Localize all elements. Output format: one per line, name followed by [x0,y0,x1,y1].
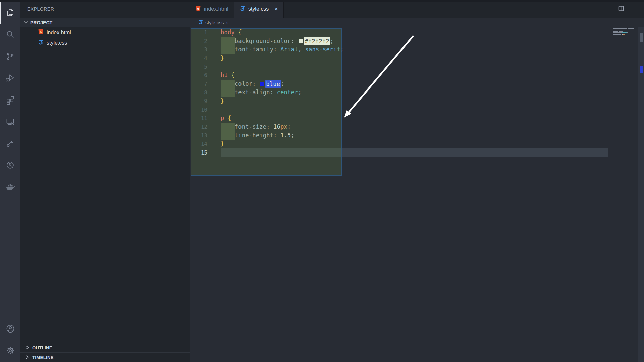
split-editor-icon[interactable] [618,5,624,13]
file-item-style-css[interactable]: style.css [20,38,190,48]
line-number: 15 [190,148,207,157]
code-token: { [228,114,231,123]
code-line-11[interactable]: 11p { [190,114,644,123]
minimap-line-segment [628,29,636,29]
line-number: 3 [190,45,207,54]
code-line-8[interactable]: 8text-align: center; [190,88,644,97]
code-line-12[interactable]: 12font-size: 16px; [190,123,644,131]
activity-live-share-button[interactable] [0,133,20,155]
file-item-index-html[interactable]: 5 index.html [20,27,190,38]
code-token: center [277,88,298,97]
indent-highlight [221,45,235,54]
line-number: 11 [190,114,207,123]
code-line-1[interactable]: 1body { [190,28,644,37]
file-name: style.css [47,40,67,46]
code-token: p [221,114,224,123]
color-swatch[interactable] [260,82,264,86]
code-line-content: h1 { [221,71,235,80]
section-label: PROJECT [30,20,52,25]
minimap-line-segment [627,32,628,33]
git-branch-icon [6,52,15,62]
panel-timeline[interactable]: TIMELINE [20,352,190,362]
close-icon[interactable]: × [274,6,278,12]
code-line-content: color: blue; [221,80,284,88]
code-line-13[interactable]: 13line-height: 1.5; [190,131,644,140]
code-token: #f2f2f2 [304,37,330,46]
breadcrumb-separator: › [226,20,228,25]
code-line-15[interactable]: 15 [190,148,644,157]
code-line-2[interactable]: 2background-color: #f2f2f2; [190,37,644,46]
code-token: : [273,45,280,54]
scrollbar-thumb[interactable] [640,33,643,42]
code-line-content: } [221,54,224,63]
explorer-more-actions-button[interactable]: ··· [175,7,182,11]
breadcrumb-file[interactable]: style.css [205,20,224,25]
activity-run-debug-button[interactable] [0,68,20,89]
code-token: line-height [235,131,273,140]
code-token: { [231,71,235,80]
editor-more-actions-button[interactable]: ··· [630,7,637,11]
activity-bar [0,0,20,362]
code-token: ; [291,131,295,140]
activity-circle-tool-button[interactable] [0,155,20,177]
activity-explorer-button[interactable] [0,2,20,24]
code-line-5[interactable]: 5 [190,63,644,71]
minimap-line-segment [623,35,625,36]
code-token: body [221,28,235,37]
scrollbar-track[interactable] [638,27,644,362]
panel-outline[interactable]: OUTLINE [20,343,190,352]
code-token: ; [281,80,284,88]
minimap-line-segment [636,29,637,29]
section-header-project[interactable]: PROJECT [20,18,190,27]
code-editor[interactable]: 1body {2background-color: #f2f2f2;3font-… [190,27,644,362]
code-line-4[interactable]: 4} [190,54,644,63]
activity-extensions-button[interactable] [0,89,20,111]
file-name: index.html [47,29,71,36]
line-number: 4 [190,54,207,63]
minimap-line-segment [610,28,613,28]
code-content: 1body {2background-color: #f2f2f2;3font-… [190,28,644,157]
code-token: 16 [273,123,280,131]
line-number: 14 [190,140,207,148]
code-line-9[interactable]: 9} [190,97,644,106]
indent-highlight [221,80,235,88]
line-number: 1 [190,28,207,37]
activity-search-button[interactable] [0,24,20,46]
minimap-line-segment [622,32,627,33]
code-token: h1 [221,71,228,80]
code-line-6[interactable]: 6h1 { [190,71,644,80]
minimap[interactable] [610,28,639,38]
minimap-line-segment [613,29,621,29]
gear-icon [5,346,15,357]
activity-settings-button[interactable] [0,340,20,362]
chevron-right-icon [25,345,29,350]
color-swatch[interactable] [299,39,303,43]
debug-icon [6,73,15,84]
editor-area: 5 index.html style.css × ··· [190,0,644,362]
files-icon [6,8,15,19]
extensions-icon [6,95,15,106]
line-number: 8 [190,88,207,97]
breadcrumb-more[interactable]: ... [230,20,234,25]
tab-index-html[interactable]: 5 index.html [190,0,234,18]
activity-source-control-button[interactable] [0,46,20,68]
code-line-10[interactable]: 10 [190,106,644,114]
chevron-down-icon [24,20,28,25]
activity-account-button[interactable] [0,318,20,340]
code-token: ; [298,88,302,97]
indent-highlight [221,131,235,140]
chevron-right-icon [25,355,29,360]
activity-docker-button[interactable] [0,177,20,198]
tab-style-css[interactable]: style.css × [234,0,284,18]
code-line-3[interactable]: 3font-family: Arial, sans-serif; [190,45,644,54]
activity-remote-explorer-button[interactable] [0,111,20,133]
code-token: font-family [235,45,273,54]
line-number: 6 [190,71,207,80]
remote-monitor-icon [6,117,15,128]
indent-highlight [221,88,235,97]
code-line-14[interactable]: 14} [190,140,644,148]
code-line-content: } [221,97,224,106]
code-line-7[interactable]: 7color: blue; [190,80,644,88]
html-file-icon: 5 [38,29,44,36]
line-number: 12 [190,123,207,131]
